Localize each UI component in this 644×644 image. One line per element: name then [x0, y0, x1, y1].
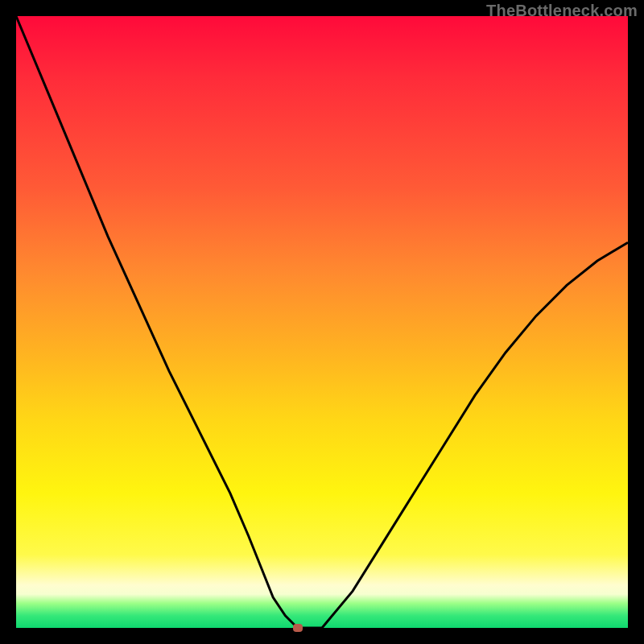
chart-frame: TheBottleneck.com: [0, 0, 644, 644]
bottleneck-curve: [16, 16, 628, 628]
curve-path: [16, 16, 628, 628]
plot-area: [16, 16, 628, 628]
watermark-text: TheBottleneck.com: [486, 2, 638, 20]
min-marker: [293, 624, 303, 632]
